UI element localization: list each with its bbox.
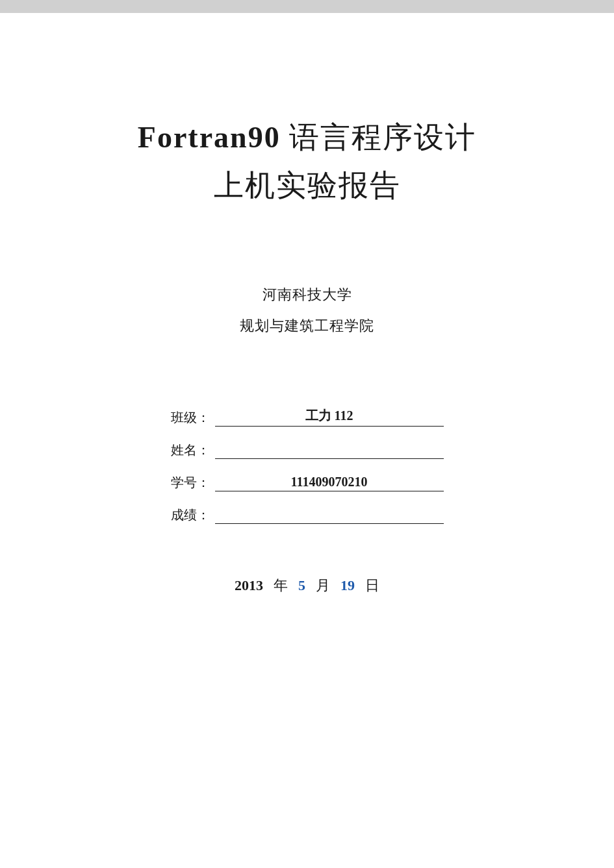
class-label: 班级： [171, 409, 210, 427]
date-month: 5 [298, 577, 305, 594]
score-row: 成绩： [171, 506, 444, 524]
title-line1: Fortran90 语言程序设计 [65, 117, 549, 158]
class-value-container: 工力 112 [215, 407, 444, 427]
university-name: 河南科技大学 [65, 285, 549, 304]
student-id-value: 111409070210 [291, 475, 368, 490]
date-month-label: 月 [316, 576, 330, 595]
date-year: 2013 [235, 577, 263, 594]
date-section: 2013 年 5 月 19 日 [65, 576, 549, 595]
date-day: 19 [340, 577, 355, 594]
name-row: 姓名： [171, 441, 444, 459]
student-id-label: 学号： [171, 474, 210, 491]
score-value-container [215, 506, 444, 524]
university-section: 河南科技大学 规划与建筑工程学院 [65, 285, 549, 336]
fortran-text: Fortran90 [138, 121, 281, 154]
name-label: 姓名： [171, 441, 210, 459]
class-row: 班级： 工力 112 [171, 407, 444, 427]
student-id-row: 学号： 111409070210 [171, 473, 444, 491]
name-value-container [215, 441, 444, 459]
title-section: Fortran90 语言程序设计 上机实验报告 [65, 117, 549, 207]
score-label: 成绩： [171, 506, 210, 524]
date-day-label: 日 [365, 576, 379, 595]
title-line2: 上机实验报告 [65, 165, 549, 206]
student-id-value-container: 111409070210 [215, 473, 444, 491]
document-page: Fortran90 语言程序设计 上机实验报告 河南科技大学 规划与建筑工程学院… [0, 13, 614, 868]
college-name: 规划与建筑工程学院 [65, 316, 549, 336]
date-year-label: 年 [274, 576, 288, 595]
title-line1-suffix: 语言程序设计 [281, 121, 477, 154]
info-section: 班级： 工力 112 姓名： 学号： 111409070210 成绩： [65, 407, 549, 524]
class-value: 工力 112 [305, 407, 353, 425]
